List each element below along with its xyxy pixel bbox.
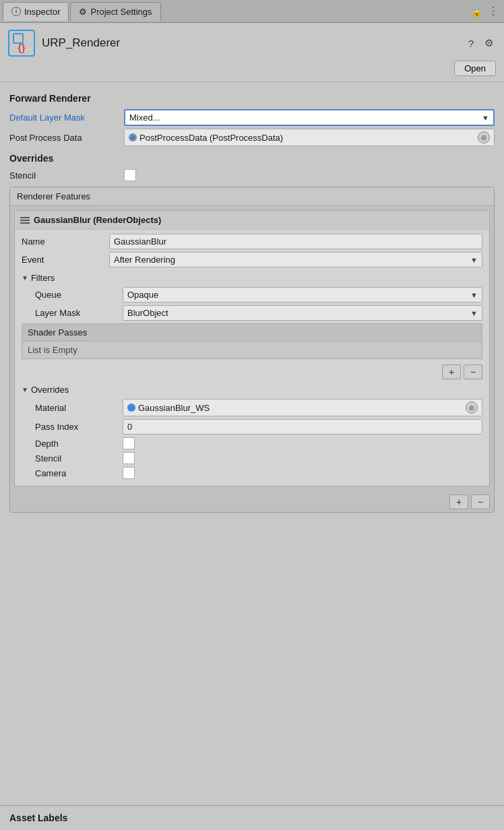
layer-mask-dropdown-text: BlurObject (127, 308, 168, 318)
layer-mask-field-label: Layer Mask (35, 308, 123, 318)
forward-renderer-title: Forward Renderer (9, 93, 495, 104)
header-title: URP_Renderer (42, 36, 120, 50)
renderer-features-header: Renderer Features (10, 187, 494, 206)
queue-dropdown-arrow-icon: ▼ (470, 291, 478, 299)
material-field-label: Material (35, 403, 123, 413)
pass-index-field-label: Pass Index (35, 422, 123, 432)
dropdown-arrow-icon: ▼ (482, 114, 489, 122)
layer-mask-field-row: Layer Mask BlurObject ▼ (22, 305, 482, 321)
queue-field-row: Queue Opaque ▼ (22, 287, 482, 302)
asset-labels-title: Asset Labels (9, 812, 67, 823)
post-process-data-field[interactable]: PostProcessData (PostProcessData) ◎ (124, 129, 495, 146)
stencil-checkbox[interactable] (124, 169, 136, 181)
gaussianblur-title: GaussianBlur (RenderObjects) (34, 215, 161, 225)
urp-icon: {} (8, 30, 35, 57)
queue-field-label: Queue (35, 290, 123, 300)
depth-checkbox[interactable] (123, 437, 135, 449)
tab-bar: i Inspector ⚙ Project Settings 🔒 ⋮ (0, 0, 504, 23)
stencil-checkbox-wrapper (124, 169, 495, 181)
tab-inspector-label: Inspector (24, 7, 60, 17)
event-dropdown-text: After Rendering (114, 255, 175, 265)
header: {} URP_Renderer ? ⚙ Open (0, 23, 504, 82)
feature-stencil-checkbox[interactable] (123, 452, 135, 464)
feature-stencil-field-label: Stencil (35, 453, 123, 464)
renderer-features-add-button[interactable]: + (449, 494, 468, 509)
dropdown-text: Mixed... (129, 113, 160, 123)
tab-project-settings-label: Project Settings (90, 7, 152, 17)
hamburger-line-3 (20, 222, 30, 224)
object-target-button[interactable]: ◎ (478, 131, 490, 143)
material-dot-icon (127, 404, 135, 412)
queue-dropdown-text: Opaque (127, 290, 158, 300)
feature-overrides-triangle-icon: ▼ (22, 386, 28, 393)
name-field-row: Name GaussianBlur (22, 234, 482, 249)
filters-header[interactable]: ▼ Filters (22, 270, 482, 286)
queue-field-value: Opaque ▼ (123, 287, 482, 302)
pass-index-field-row: Pass Index 0 (22, 419, 482, 435)
default-layer-mask-dropdown[interactable]: Mixed... ▼ (124, 109, 495, 126)
event-dropdown-arrow-icon: ▼ (470, 256, 478, 264)
pass-index-field-value: 0 (123, 419, 482, 435)
post-process-icon-inner (131, 136, 135, 139)
more-menu-icon[interactable]: ⋮ (488, 5, 499, 18)
hamburger-icon[interactable] (20, 217, 30, 224)
gaussianblur-header: GaussianBlur (RenderObjects) (15, 211, 489, 230)
lock-icon[interactable]: 🔒 (471, 6, 482, 17)
event-field-row: Event After Rendering ▼ (22, 252, 482, 267)
depth-field-row: Depth (22, 437, 482, 449)
name-field-label: Name (22, 236, 109, 247)
tabs-left: i Inspector ⚙ Project Settings (3, 2, 161, 21)
default-layer-mask-label: Default Layer Mask (9, 113, 124, 123)
feature-overrides-header[interactable]: ▼ Overrides (22, 382, 482, 397)
name-input[interactable]: GaussianBlur (109, 234, 482, 249)
tab-project-settings[interactable]: ⚙ Project Settings (70, 2, 160, 21)
tab-inspector[interactable]: i Inspector (3, 2, 69, 21)
feature-stencil-field-row: Stencil (22, 452, 482, 464)
shader-passes-remove-button[interactable]: − (464, 364, 482, 379)
settings-button[interactable]: ⚙ (482, 36, 496, 51)
layer-mask-dropdown[interactable]: BlurObject ▼ (123, 305, 482, 321)
tab-bar-actions: 🔒 ⋮ (471, 5, 501, 18)
post-process-icon (129, 133, 137, 141)
material-target-button[interactable]: ◎ (466, 402, 478, 414)
event-field-value: After Rendering ▼ (109, 252, 482, 267)
stencil-label: Stencil (9, 170, 124, 181)
gear-tab-icon: ⚙ (79, 7, 87, 17)
renderer-features-box: Renderer Features GaussianBlur (RenderOb… (9, 187, 495, 513)
shader-passes-empty: List is Empty (22, 342, 482, 358)
camera-checkbox[interactable] (123, 467, 135, 479)
material-field[interactable]: GaussianBlur_WS ◎ (123, 399, 482, 416)
stencil-row: Stencil (9, 169, 495, 181)
event-dropdown[interactable]: After Rendering ▼ (109, 252, 482, 267)
svg-rect-0 (13, 34, 23, 43)
post-process-data-text: PostProcessData (PostProcessData) (139, 133, 283, 143)
depth-field-label: Depth (35, 439, 123, 449)
material-text: GaussianBlur_WS (138, 403, 210, 413)
queue-dropdown[interactable]: Opaque ▼ (123, 287, 482, 302)
overrides-section: Overrides Stencil (9, 153, 495, 181)
shader-passes-box: Shader Passes List is Empty (22, 323, 482, 359)
feature-stencil-field-value (123, 452, 482, 464)
open-button[interactable]: Open (454, 61, 496, 76)
camera-field-label: Camera (35, 468, 123, 478)
feature-overrides-label: Overrides (31, 385, 69, 395)
camera-field-row: Camera (22, 467, 482, 479)
post-process-data-row: Post Process Data PostProcessData (PostP… (9, 129, 495, 146)
pass-index-input[interactable]: 0 (123, 419, 482, 435)
default-layer-mask-value: Mixed... ▼ (124, 109, 495, 126)
shader-passes-action-buttons: + − (22, 362, 482, 382)
post-process-data-label: Post Process Data (9, 133, 124, 143)
event-field-label: Event (22, 255, 109, 265)
shader-passes-add-button[interactable]: + (442, 364, 461, 379)
asset-labels-bar: Asset Labels (0, 805, 504, 830)
post-process-data-value: PostProcessData (PostProcessData) ◎ (124, 129, 495, 146)
gaussianblur-body: Name GaussianBlur Event After Rendering … (15, 230, 489, 486)
camera-field-value (123, 467, 482, 479)
layer-mask-dropdown-arrow-icon: ▼ (470, 309, 478, 317)
filters-label: Filters (31, 273, 55, 283)
name-field-value: GaussianBlur (109, 234, 482, 249)
help-button[interactable]: ? (466, 36, 476, 51)
renderer-features-remove-button[interactable]: − (471, 494, 490, 509)
content: Forward Renderer Default Layer Mask Mixe… (0, 82, 504, 521)
hamburger-line-1 (20, 217, 30, 218)
